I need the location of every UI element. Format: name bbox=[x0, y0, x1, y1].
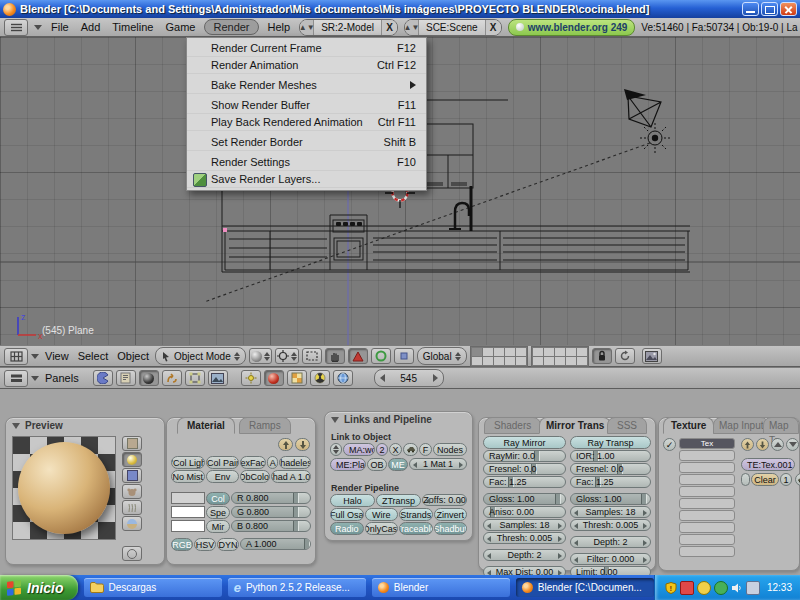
texture-slot[interactable] bbox=[679, 546, 735, 557]
halo-toggle[interactable]: Halo bbox=[330, 494, 375, 507]
preview-sphere-button[interactable] bbox=[122, 452, 142, 467]
shadbuf-toggle[interactable]: Shadbuf bbox=[434, 522, 468, 535]
slot-down-button[interactable] bbox=[786, 438, 799, 451]
hsv-button[interactable]: HSV bbox=[194, 538, 216, 551]
tray-alert-icon[interactable] bbox=[680, 581, 694, 595]
taskbar-item-blender[interactable]: Blender bbox=[372, 578, 510, 597]
full-osa-toggle[interactable]: Full Osa bbox=[330, 508, 364, 521]
texture-subcontext-button[interactable] bbox=[287, 370, 307, 386]
editor-type-button[interactable] bbox=[4, 19, 28, 36]
depth-tra-field[interactable]: Depth: 2 bbox=[570, 536, 651, 548]
frame-prev-icon[interactable] bbox=[380, 374, 385, 382]
zinvert-toggle[interactable]: Zinvert bbox=[434, 508, 468, 521]
menu-item-render-settings[interactable]: Render Settings F10 bbox=[187, 154, 426, 171]
logic-context-button[interactable] bbox=[93, 370, 113, 386]
fac-mir-slider[interactable]: Fac: 1.25 bbox=[483, 476, 566, 488]
restore-button[interactable] bbox=[761, 2, 778, 16]
paste-material-button[interactable] bbox=[295, 438, 310, 451]
material-name-field[interactable]: MA:wood bbox=[343, 443, 375, 456]
lamp-subcontext-button[interactable] bbox=[241, 370, 261, 386]
menu-game[interactable]: Game bbox=[162, 21, 198, 33]
tab-ramps[interactable]: Ramps bbox=[239, 417, 291, 434]
clear-texture-button[interactable]: Clear bbox=[751, 473, 779, 486]
preview-cube-button[interactable] bbox=[122, 468, 142, 483]
menu-item-set-render-border[interactable]: Set Render Border Shift B bbox=[187, 134, 426, 151]
env-toggle[interactable]: Env bbox=[206, 470, 240, 483]
orientation-dropdown[interactable]: Global bbox=[417, 347, 467, 365]
menu-timeline[interactable]: Timeline bbox=[109, 21, 156, 33]
menu-item-bake-render-meshes[interactable]: Bake Render Meshes bbox=[187, 77, 426, 94]
fresnel-mir-slider[interactable]: Fresnel: 0.0 bbox=[483, 463, 566, 475]
menu-add[interactable]: Add bbox=[78, 21, 104, 33]
wire-toggle[interactable]: Wire bbox=[365, 508, 399, 521]
texture-slot-active[interactable]: Tex bbox=[679, 438, 735, 449]
preview-sky-button[interactable] bbox=[122, 516, 142, 531]
tab-map-input[interactable]: Map Input bbox=[713, 417, 769, 434]
texture-slot[interactable] bbox=[679, 486, 735, 497]
texture-copy-button[interactable] bbox=[741, 438, 754, 451]
scene-delete-button[interactable]: X bbox=[485, 20, 501, 35]
r-slider[interactable]: R 0.800 bbox=[231, 492, 311, 504]
preview-refresh-button[interactable] bbox=[122, 546, 142, 561]
shad-a-toggle[interactable]: Shad A 1.00 bbox=[271, 470, 311, 483]
manipulator-hand-toggle[interactable] bbox=[325, 348, 345, 364]
layer-group-2[interactable] bbox=[531, 346, 589, 367]
copy-material-button[interactable] bbox=[278, 438, 293, 451]
menu-file[interactable]: File bbox=[48, 21, 72, 33]
depth-mir-field[interactable]: Depth: 2 bbox=[483, 549, 566, 561]
me-button[interactable]: ME bbox=[388, 458, 408, 471]
menu-item-show-render-buffer[interactable]: Show Render Buffer F11 bbox=[187, 97, 426, 114]
blender-org-button[interactable]: www.blender.org 249 bbox=[508, 19, 636, 36]
preview-monkey-button[interactable] bbox=[122, 484, 142, 499]
scene-selector[interactable]: ▲▼ SCE:Scene X bbox=[404, 19, 502, 36]
b-slider[interactable]: B 0.800 bbox=[231, 520, 311, 532]
ztransp-toggle[interactable]: ZTransp bbox=[376, 494, 421, 507]
taskbar-item-blender-active[interactable]: Blender [C:\Documen... bbox=[516, 578, 654, 597]
gloss-mir-slider[interactable]: Gloss: 1.00 bbox=[483, 493, 566, 505]
texture-slot[interactable] bbox=[679, 534, 735, 545]
texture-paste-button[interactable] bbox=[756, 438, 769, 451]
start-button[interactable]: Inicio bbox=[0, 575, 78, 600]
samples-mir-field[interactable]: Samples: 18 bbox=[483, 519, 566, 531]
texture-slot[interactable] bbox=[679, 450, 735, 461]
layer-group-1[interactable] bbox=[470, 346, 528, 367]
g-slider[interactable]: G 0.800 bbox=[231, 506, 311, 518]
thresh-mir-field[interactable]: Thresh: 0.005 bbox=[483, 532, 566, 544]
scene-browse-icon[interactable]: ▲▼ bbox=[405, 20, 419, 35]
volume-icon[interactable] bbox=[731, 582, 743, 594]
texture-browse-button[interactable] bbox=[741, 473, 750, 486]
texture-channel-check[interactable]: ✓ bbox=[663, 438, 676, 451]
world-subcontext-button[interactable] bbox=[333, 370, 353, 386]
menu-item-render-current-frame[interactable]: Render Current Frame F12 bbox=[187, 40, 426, 57]
screen-browse-icon[interactable]: ▲▼ bbox=[300, 20, 314, 35]
translate-manipulator-toggle[interactable] bbox=[348, 348, 368, 364]
header-collapse-icon[interactable] bbox=[31, 376, 39, 381]
menu-help[interactable]: Help bbox=[265, 21, 294, 33]
auto-name-button[interactable] bbox=[403, 443, 418, 456]
radio-toggle[interactable]: Radio bbox=[330, 522, 364, 535]
tab-material[interactable]: Material bbox=[177, 417, 235, 434]
mir-button[interactable]: Mir bbox=[206, 520, 230, 533]
taskbar-item-python-release[interactable]: e Python 2.5.2 Release... bbox=[228, 578, 366, 597]
header-collapse-icon[interactable] bbox=[31, 354, 39, 359]
snap-target-button[interactable] bbox=[302, 348, 322, 364]
panel-collapse-icon[interactable] bbox=[331, 417, 339, 423]
max-dist-field[interactable]: Max Dist: 0.00 bbox=[483, 566, 566, 575]
scene-context-button[interactable] bbox=[208, 370, 228, 386]
material-unlink-button[interactable]: X bbox=[389, 443, 402, 456]
menu-item-render-animation[interactable]: Render Animation Ctrl F12 bbox=[187, 57, 426, 74]
vcol-paint-toggle[interactable]: VCol Paint bbox=[206, 456, 240, 469]
menu-item-save-render-layers[interactable]: Save Render Layers... bbox=[187, 171, 426, 188]
menu-select[interactable]: Select bbox=[75, 350, 112, 362]
tab-sss[interactable]: SSS bbox=[607, 417, 647, 434]
lamp-object[interactable] bbox=[640, 123, 670, 153]
mirror-color-swatch[interactable] bbox=[171, 520, 205, 532]
ob-button[interactable]: OB bbox=[367, 458, 387, 471]
dyn-button[interactable]: DYN bbox=[217, 538, 239, 551]
texture-auto-name-button[interactable] bbox=[795, 473, 800, 486]
menu-panels[interactable]: Panels bbox=[42, 372, 82, 384]
rgb-button[interactable]: RGB bbox=[171, 538, 193, 551]
ray-mirror-toggle[interactable]: Ray Mirror bbox=[483, 436, 566, 449]
traceable-toggle[interactable]: Traceable bbox=[399, 522, 433, 535]
material-index-field[interactable]: 1 Mat 1 bbox=[409, 458, 467, 470]
